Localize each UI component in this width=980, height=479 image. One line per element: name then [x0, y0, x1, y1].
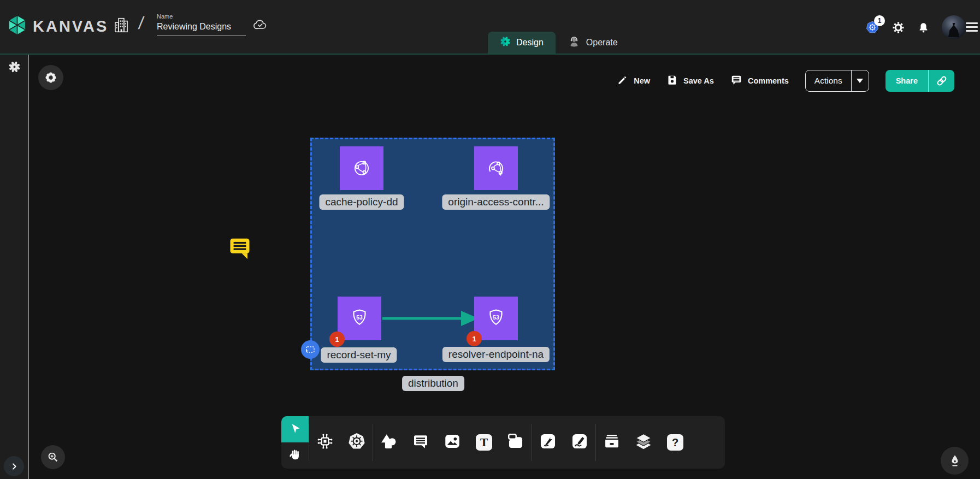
node-label: origin-access-contr... — [442, 194, 550, 210]
svg-text:53: 53 — [493, 315, 499, 321]
node-label: record-set-my — [321, 347, 397, 363]
layers-tool[interactable] — [628, 416, 659, 469]
tab-operate-label: Operate — [586, 38, 618, 48]
shapes-tool[interactable] — [373, 416, 405, 469]
hand-icon — [288, 448, 302, 463]
new-button[interactable]: New — [617, 74, 650, 88]
actions-split-button[interactable]: Actions — [805, 70, 869, 92]
design-name-field: Name — [157, 13, 246, 36]
meshery-spiral-icon[interactable] — [8, 61, 21, 75]
canvas-flower-button[interactable] — [38, 65, 63, 90]
drawer-tool[interactable] — [596, 416, 628, 469]
status-badge[interactable]: 1 — [467, 331, 482, 346]
help-icon: ? — [667, 434, 683, 451]
design-name-input[interactable] — [157, 22, 246, 36]
menu-hamburger-icon[interactable] — [966, 22, 978, 34]
save-icon — [666, 74, 678, 88]
cloud-saved-icon — [252, 17, 269, 34]
pen-path-icon — [539, 432, 557, 453]
share-button-label[interactable]: Share — [885, 70, 928, 92]
canvas-action-row: New Save As — [617, 70, 954, 92]
frame-tool[interactable] — [500, 416, 532, 469]
cursor-icon — [288, 422, 302, 437]
svg-text:53: 53 — [356, 315, 363, 321]
left-rail — [0, 55, 29, 479]
new-button-label: New — [634, 76, 650, 85]
drawer-icon — [603, 432, 621, 453]
kubernetes-context-button[interactable]: 1 — [865, 20, 879, 34]
settings-gear-icon[interactable] — [892, 21, 905, 34]
dock-pointer-column — [281, 416, 309, 469]
group-label: distribution — [402, 376, 464, 391]
comment-bubble-icon — [412, 433, 429, 452]
mode-tabs: Design Operate — [488, 32, 630, 54]
image-icon — [443, 432, 462, 453]
tool-dock: T — [281, 416, 725, 469]
node-record-set[interactable]: 53 — [338, 297, 381, 340]
comment-tool[interactable] — [405, 416, 436, 469]
group-selection-handle[interactable] — [301, 340, 320, 359]
notifications-bell-icon[interactable] — [917, 21, 930, 34]
pen-tool[interactable] — [532, 416, 564, 469]
kanvas-logo-text: KANVAS — [33, 17, 108, 36]
pen-mode-button[interactable] — [941, 447, 969, 475]
node-cache-policy[interactable] — [340, 146, 383, 190]
node-label: resolver-endpoint-na — [442, 347, 550, 362]
header-right-controls: 1 — [865, 0, 966, 55]
kanvas-logo-icon — [7, 15, 27, 38]
freehand-tool[interactable] — [564, 416, 595, 469]
tab-operate[interactable]: Operate — [556, 32, 630, 54]
media-tool[interactable] — [436, 416, 468, 469]
status-badge[interactable]: 1 — [329, 332, 345, 347]
help-tool[interactable]: ? — [659, 416, 691, 469]
comments-button[interactable]: Comments — [730, 74, 789, 88]
share-split-button[interactable]: Share — [885, 70, 954, 92]
kubernetes-tool[interactable] — [341, 416, 373, 469]
circuit-chip-icon — [316, 432, 334, 453]
actions-button-label[interactable]: Actions — [806, 70, 851, 91]
pencil-scribble-icon — [570, 432, 589, 453]
comments-button-label: Comments — [748, 76, 789, 85]
kubernetes-badge-count: 1 — [874, 15, 885, 26]
copy-link-icon[interactable] — [928, 70, 954, 92]
actions-dropdown-caret[interactable] — [851, 70, 869, 91]
frame-icon — [506, 432, 525, 453]
tab-design[interactable]: Design — [488, 32, 556, 54]
component-tool[interactable] — [309, 416, 341, 469]
save-as-button[interactable]: Save As — [666, 74, 714, 88]
kanvas-app: KANVAS / Name — [0, 0, 980, 479]
select-tool[interactable] — [281, 416, 309, 442]
kubernetes-helm-icon — [347, 431, 367, 453]
user-avatar[interactable] — [942, 15, 966, 39]
kanvas-logo[interactable]: KANVAS — [7, 15, 108, 38]
organization-icon[interactable] — [113, 16, 129, 34]
expand-sidebar-button[interactable] — [4, 456, 24, 476]
pencil-icon — [617, 74, 628, 88]
operate-headset-icon — [568, 35, 581, 50]
design-canvas[interactable]: New Save As — [0, 55, 980, 479]
node-resolver-endpoint[interactable]: 53 — [474, 297, 518, 340]
layers-icon — [634, 431, 653, 453]
pan-tool[interactable] — [281, 442, 309, 469]
design-spiral-icon — [500, 36, 511, 49]
save-as-button-label: Save As — [683, 76, 714, 85]
comment-icon — [730, 74, 742, 88]
node-origin-access-control[interactable] — [474, 146, 518, 190]
canvas-comment-marker[interactable] — [228, 236, 251, 263]
zoom-in-button[interactable] — [41, 445, 65, 469]
shapes-icon — [380, 432, 398, 453]
text-tool[interactable]: T — [468, 416, 500, 469]
node-label: cache-policy-dd — [319, 194, 404, 210]
tab-design-label: Design — [516, 38, 544, 48]
top-header: KANVAS / Name — [0, 0, 980, 55]
text-tool-icon: T — [476, 434, 492, 451]
design-name-label: Name — [157, 13, 246, 20]
breadcrumb-separator: / — [137, 13, 145, 33]
